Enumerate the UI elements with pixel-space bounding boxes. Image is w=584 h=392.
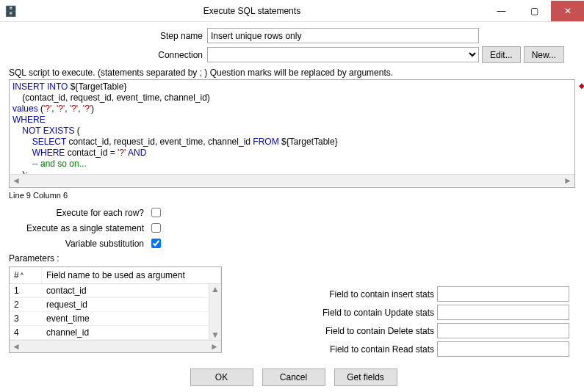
insert-stats-input[interactable] [437, 286, 569, 302]
parameters-header[interactable]: #^ Field name to be used as argument [10, 267, 221, 284]
params-horizontal-scrollbar[interactable]: ◄► [10, 340, 221, 352]
parameters-table[interactable]: #^ Field name to be used as argument 1co… [9, 266, 222, 353]
delete-stats-label: Field to contain Delete stats [309, 326, 437, 336]
execute-each-row-label: Execute for each row? [9, 208, 148, 218]
get-fields-button[interactable]: Get fields [334, 369, 397, 386]
connection-select[interactable] [207, 47, 479, 62]
new-connection-button[interactable]: New... [524, 46, 564, 63]
update-stats-label: Field to contain Update stats [309, 308, 437, 318]
params-vertical-scrollbar[interactable]: ▲▼ [209, 284, 221, 340]
ok-button[interactable]: OK [190, 369, 253, 386]
read-stats-label: Field to contain Read stats [309, 344, 437, 355]
table-row[interactable]: 2request_id [10, 298, 221, 312]
single-statement-label: Execute as a single statement [9, 223, 148, 233]
sql-editor[interactable]: ◆ INSERT INTO ${TargetTable} (contact_id… [9, 79, 575, 188]
update-stats-input[interactable] [437, 305, 569, 320]
insert-stats-label: Field to contain insert stats [309, 289, 437, 300]
maximize-button[interactable]: ▢ [518, 1, 551, 21]
table-row[interactable]: 4channel_id [10, 326, 221, 340]
cancel-button[interactable]: Cancel [262, 369, 325, 386]
variable-substitution-checkbox[interactable] [151, 239, 161, 248]
sql-code-area[interactable]: INSERT INTO ${TargetTable} (contact_id, … [10, 80, 574, 174]
variable-indicator-icon[interactable]: ◆ [579, 81, 584, 90]
execute-each-row-checkbox[interactable] [151, 208, 161, 217]
title-bar: 🗄️ Execute SQL statements — ▢ ✕ [0, 0, 584, 22]
edit-connection-button[interactable]: Edit... [482, 46, 521, 63]
step-name-label: Step name [9, 31, 207, 41]
sql-horizontal-scrollbar[interactable]: ◄► [10, 174, 574, 186]
step-name-input[interactable] [207, 28, 479, 43]
parameters-label: Parameters : [9, 253, 575, 264]
sql-script-label: SQL script to execute. (statements separ… [9, 68, 575, 78]
col-field-header[interactable]: Field name to be used as argument [42, 267, 221, 283]
table-row[interactable]: 1contact_id [10, 284, 221, 298]
single-statement-checkbox[interactable] [151, 223, 161, 233]
variable-substitution-label: Variable substitution [9, 239, 148, 249]
close-button[interactable]: ✕ [551, 1, 584, 21]
cursor-position-status: Line 9 Column 6 [9, 191, 575, 200]
col-number-header[interactable]: # [14, 270, 19, 280]
table-row[interactable]: 3event_time [10, 312, 221, 326]
sort-asc-icon[interactable]: ^ [21, 272, 24, 279]
delete-stats-input[interactable] [437, 323, 569, 338]
minimize-button[interactable]: — [485, 1, 518, 21]
app-icon: 🗄️ [4, 5, 19, 17]
window-title: Execute SQL statements [19, 6, 485, 16]
connection-label: Connection [9, 50, 207, 60]
read-stats-input[interactable] [437, 341, 569, 357]
